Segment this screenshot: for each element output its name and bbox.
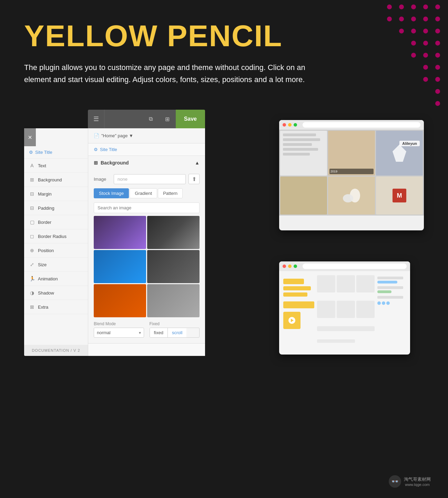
tab-pattern[interactable]: Pattern [158, 188, 183, 198]
panel-page-label: "Home" page ▼ [101, 133, 133, 138]
image-search-input[interactable] [94, 202, 200, 213]
upload-icon: ⬆ [192, 176, 196, 182]
mockup-titlebar [279, 120, 424, 130]
image-upload-button[interactable]: ⬆ [189, 174, 200, 184]
image-input[interactable]: none [114, 174, 186, 184]
extra-icon: ⊠ [29, 304, 35, 310]
main-panel: 📄 "Home" page ▼ ⚙ Site Title ⊞ Backgroun… [88, 128, 205, 356]
tab-gradient[interactable]: Gradient [130, 188, 157, 198]
fixed-scroll-toggle: fixed scroll [150, 328, 200, 338]
stock-image-2[interactable] [147, 216, 200, 249]
save-button[interactable]: Save [176, 110, 205, 128]
sidebar-item-border-radius[interactable]: ◻ Border Radius [24, 229, 88, 243]
left-sidebar: × 📄 "Home" page ▼ ⚙ Site Title A Text ⊞ … [24, 128, 88, 356]
sidebar-item-size[interactable]: ⤢ Size [24, 258, 88, 272]
sidebar-item-label: Position [38, 248, 54, 253]
stock-image-1[interactable] [94, 216, 146, 249]
sidebar-item-animation[interactable]: 🏃 Animation [24, 272, 88, 286]
sidebar-item-shadow[interactable]: ◑ Shadow [24, 286, 88, 300]
close-icon: × [28, 133, 32, 141]
blend-mode-label: Blend Mode [94, 321, 144, 326]
text-icon: A [29, 162, 35, 169]
sidebar-item-label: Shadow [38, 290, 54, 296]
background-icon: ⊞ [29, 177, 35, 183]
fixed-col: Fixed fixed scroll [150, 321, 200, 338]
sidebar-item-label: Extra [38, 305, 48, 310]
padding-icon: ⊟ [29, 205, 35, 211]
fixed-button[interactable]: fixed [150, 328, 168, 337]
close-dot [283, 123, 286, 127]
stock-image-5[interactable] [94, 284, 146, 317]
sidebar-item-label: Padding [38, 206, 54, 211]
bottom-website-mockup [279, 261, 410, 355]
border-icon: ▢ [29, 219, 35, 225]
sidebar-item-label: Margin [38, 191, 52, 197]
copy-icon: ⧉ [149, 116, 153, 122]
sidebar-item-position[interactable]: ⊕ Position [24, 243, 88, 258]
image-label: Image [94, 177, 111, 182]
chevron-down-icon: ▾ [139, 330, 141, 335]
sidebar-item-padding[interactable]: ⊟ Padding [24, 201, 88, 215]
hero-section: YELLOW PENCIL The plugin allows you to c… [0, 0, 448, 99]
footer-text: DOCUMENTATION / V 2 [32, 348, 80, 352]
sidebar-site-title[interactable]: ⚙ Site Title [24, 146, 88, 159]
hero-title: YELLOW PENCIL [24, 21, 424, 51]
maximize-dot-2 [294, 265, 297, 268]
watermark-brand: 淘气哥素材网 [404, 476, 431, 482]
close-button[interactable]: × [24, 128, 36, 146]
sidebar-item-label: Size [38, 262, 47, 267]
position-icon: ⊕ [29, 247, 35, 253]
right-website-mockup: 2019 M Alileyun [279, 120, 424, 230]
collapse-icon: ▲ [195, 160, 200, 166]
url-bar [303, 122, 420, 128]
stock-image-6[interactable] [147, 284, 200, 317]
size-icon: ⤢ [29, 261, 35, 268]
sidebar-item-text[interactable]: A Text [24, 159, 88, 173]
sliders-icon-button[interactable]: ⊞ [159, 110, 176, 128]
panel-site-title[interactable]: ⚙ Site Title [88, 143, 205, 156]
hamburger-icon: ☰ [93, 115, 99, 123]
minimize-dot [288, 123, 292, 127]
blend-mode-col: Blend Mode normal ▾ [94, 321, 144, 338]
stock-image-3[interactable] [94, 250, 146, 283]
watermark-site: www.tqge.com [404, 482, 431, 487]
bg-section-icon: ⊞ [94, 160, 98, 166]
hamburger-menu-button[interactable]: ☰ [88, 110, 104, 128]
copy-icon-button[interactable]: ⧉ [143, 110, 159, 128]
url-bar-2 [303, 263, 407, 269]
sidebar-item-border[interactable]: ▢ Border [24, 215, 88, 229]
fixed-label: Fixed [150, 321, 200, 326]
blend-mode-select[interactable]: normal ▾ [94, 328, 144, 338]
background-section: ⊞ Background ▲ Image none ⬆ Stock Image … [88, 156, 205, 343]
tab-stock-image[interactable]: Stock Image [94, 188, 129, 198]
sidebar-item-label: Border [38, 220, 51, 225]
animation-icon: 🏃 [29, 276, 35, 282]
blend-row: Blend Mode normal ▾ Fixed fixed scroll [94, 321, 200, 338]
shadow-icon: ◑ [29, 290, 35, 296]
close-dot-2 [283, 265, 286, 268]
bottom-mockup-titlebar [279, 261, 410, 271]
panel-page-selector[interactable]: 📄 "Home" page ▼ [88, 128, 205, 143]
background-section-header[interactable]: ⊞ Background ▲ [88, 156, 205, 170]
ui-showcase: ☰ ⧉ ⊞ Save × 📄 "Home" page ▼ ⚙ Site Titl… [24, 110, 424, 358]
sidebar-footer: DOCUMENTATION / V 2 [24, 345, 88, 356]
svg-point-25 [435, 101, 440, 106]
minimize-dot-2 [288, 265, 292, 268]
image-grid [94, 216, 200, 317]
sidebar-item-label: Background [38, 177, 62, 182]
panel-page-icon: 📄 [94, 133, 99, 138]
sliders-icon: ⊞ [165, 116, 170, 122]
sidebar-item-extra[interactable]: ⊠ Extra [24, 300, 88, 314]
scroll-button[interactable]: scroll [168, 328, 186, 337]
svg-marker-26 [393, 145, 406, 162]
sidebar-item-background[interactable]: ⊞ Background [24, 173, 88, 187]
sidebar-item-label: Border Radius [38, 234, 67, 239]
panel-site-title-label: Site Title [100, 147, 117, 152]
bg-section-title: Background [101, 160, 129, 166]
image-field: Image none ⬆ [94, 174, 200, 184]
svg-point-28 [343, 194, 353, 202]
stock-image-4[interactable] [147, 250, 200, 283]
image-source-tabs: Stock Image Gradient Pattern [94, 188, 200, 198]
hero-description: The plugin allows you to customize any p… [24, 61, 327, 86]
sidebar-item-margin[interactable]: ⊟ Margin [24, 187, 88, 201]
